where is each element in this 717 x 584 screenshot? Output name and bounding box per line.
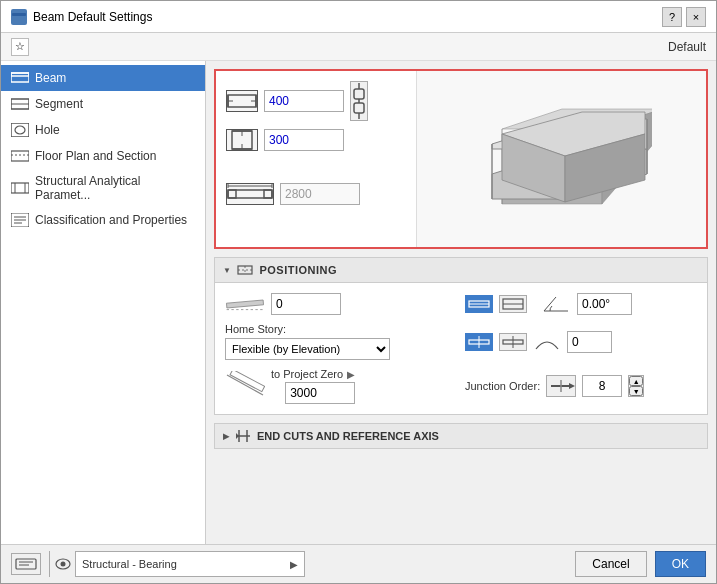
bottom-bar: Structural - Bearing ▶ Cancel OK bbox=[1, 544, 716, 583]
align-center-icon[interactable] bbox=[499, 295, 527, 313]
dialog-title: Beam Default Settings bbox=[33, 10, 656, 24]
sidebar-item-floorplan[interactable]: Floor Plan and Section bbox=[1, 143, 205, 169]
positioning-header[interactable]: ▼ POSITIONING bbox=[214, 257, 708, 283]
lift-input[interactable] bbox=[567, 331, 612, 353]
project-zero-input[interactable] bbox=[285, 382, 355, 404]
offset-input[interactable] bbox=[271, 293, 341, 315]
hole-nav-icon bbox=[11, 122, 29, 138]
help-button[interactable]: ? bbox=[662, 7, 682, 27]
sidebar-item-classification-label: Classification and Properties bbox=[35, 213, 187, 227]
project-zero-label: to Project Zero bbox=[271, 368, 343, 380]
favorite-bottom-icon[interactable] bbox=[11, 553, 41, 575]
home-story-label: Home Story: bbox=[225, 323, 457, 335]
structural-bearing-label: Structural - Bearing bbox=[76, 558, 284, 570]
endcuts-label: END CUTS AND REFERENCE AXIS bbox=[257, 430, 439, 442]
sidebar-item-beam[interactable]: Beam bbox=[1, 65, 205, 91]
width-icon bbox=[226, 90, 258, 112]
positioning-section: ▼ POSITIONING bbox=[214, 257, 708, 415]
slant-down-icon bbox=[225, 371, 265, 402]
svg-point-77 bbox=[60, 562, 65, 567]
sidebar-item-segment[interactable]: Segment bbox=[1, 91, 205, 117]
length-row bbox=[226, 183, 406, 205]
close-button[interactable]: × bbox=[686, 7, 706, 27]
svg-line-64 bbox=[227, 375, 263, 395]
svg-rect-32 bbox=[228, 190, 272, 198]
sidebar-item-beam-label: Beam bbox=[35, 71, 66, 85]
length-input[interactable] bbox=[280, 183, 360, 205]
svg-point-7 bbox=[15, 126, 25, 134]
lift-right-icon[interactable] bbox=[499, 333, 527, 351]
junction-icon bbox=[546, 375, 576, 397]
endcuts-collapse-icon: ▶ bbox=[223, 432, 229, 441]
preview-area bbox=[416, 71, 706, 247]
positioning-section-icon bbox=[237, 262, 253, 278]
pos-row-3: to Project Zero ▶ Junction Order: bbox=[225, 368, 697, 404]
svg-rect-2 bbox=[11, 73, 29, 82]
svg-marker-68 bbox=[569, 383, 575, 389]
beam-nav-icon bbox=[11, 70, 29, 86]
pos-row-1 bbox=[225, 293, 697, 315]
toolbar: ☆ Default bbox=[1, 33, 716, 61]
positioning-content: Home Story: Flexible (by Elevation) bbox=[214, 283, 708, 415]
endcuts-section: ▶ END CUTS AND REFERENCE AXIS bbox=[214, 423, 708, 449]
structural-analytical-nav-icon bbox=[11, 180, 29, 196]
sidebar: Beam Segment bbox=[1, 61, 206, 544]
main-content: ▼ POSITIONING bbox=[206, 61, 716, 544]
width-input[interactable] bbox=[264, 90, 344, 112]
sidebar-item-structural-analytical-label: Structural Analytical Paramet... bbox=[35, 174, 195, 202]
title-controls: ? × bbox=[662, 7, 706, 27]
svg-rect-6 bbox=[11, 123, 29, 137]
junction-order-label: Junction Order: bbox=[465, 380, 540, 392]
classification-nav-icon bbox=[11, 212, 29, 228]
home-story-select[interactable]: Flexible (by Elevation) bbox=[225, 338, 390, 360]
junction-order-spinner: ▲ ▼ bbox=[628, 375, 644, 397]
svg-rect-23 bbox=[354, 89, 364, 99]
sidebar-item-floorplan-label: Floor Plan and Section bbox=[35, 149, 156, 163]
spinner-up-button[interactable]: ▲ bbox=[629, 376, 643, 386]
svg-rect-3 bbox=[11, 73, 29, 76]
endcuts-header[interactable]: ▶ END CUTS AND REFERENCE AXIS bbox=[214, 423, 708, 449]
eye-button[interactable] bbox=[50, 551, 76, 577]
collapse-icon: ▼ bbox=[223, 266, 231, 275]
svg-rect-8 bbox=[11, 151, 29, 161]
height-row bbox=[226, 129, 406, 151]
spinner-down-button[interactable]: ▼ bbox=[629, 386, 643, 396]
sidebar-item-classification[interactable]: Classification and Properties bbox=[1, 207, 205, 233]
lift-arc-icon bbox=[533, 333, 561, 351]
pos-row-left-1 bbox=[225, 293, 457, 315]
width-row bbox=[226, 81, 406, 121]
segment-nav-icon bbox=[11, 96, 29, 112]
sidebar-item-segment-label: Segment bbox=[35, 97, 83, 111]
structural-arrow-icon: ▶ bbox=[284, 559, 304, 570]
svg-rect-25 bbox=[354, 103, 364, 113]
angle-input[interactable] bbox=[577, 293, 632, 315]
svg-rect-10 bbox=[11, 183, 29, 193]
pos-row-right-1 bbox=[465, 293, 697, 315]
svg-rect-73 bbox=[16, 559, 36, 569]
beam-3d-preview bbox=[472, 89, 652, 229]
params-left bbox=[216, 71, 416, 247]
default-label: Default bbox=[668, 40, 706, 54]
cancel-button[interactable]: Cancel bbox=[575, 551, 646, 577]
sidebar-item-structural-analytical[interactable]: Structural Analytical Paramet... bbox=[1, 169, 205, 207]
pos-row-right-2 bbox=[465, 331, 697, 353]
sidebar-item-hole-label: Hole bbox=[35, 123, 60, 137]
favorite-button[interactable]: ☆ bbox=[11, 38, 29, 56]
pos-row-2: Home Story: Flexible (by Elevation) bbox=[225, 323, 697, 360]
link-button[interactable] bbox=[350, 81, 368, 121]
svg-rect-33 bbox=[228, 190, 236, 198]
svg-rect-34 bbox=[264, 190, 272, 198]
dialog-window: Beam Default Settings ? × ☆ Default Beam bbox=[0, 0, 717, 584]
junction-order-input[interactable] bbox=[582, 375, 622, 397]
svg-rect-65 bbox=[230, 371, 265, 392]
sidebar-item-hole[interactable]: Hole bbox=[1, 117, 205, 143]
height-input[interactable] bbox=[264, 129, 344, 151]
svg-rect-52 bbox=[226, 300, 263, 308]
project-zero-arrow: ▶ bbox=[347, 369, 355, 380]
align-left-icon[interactable] bbox=[465, 295, 493, 313]
dialog-body: Beam Segment bbox=[1, 61, 716, 544]
positioning-label: POSITIONING bbox=[259, 264, 337, 276]
ok-button[interactable]: OK bbox=[655, 551, 706, 577]
lift-left-icon[interactable] bbox=[465, 333, 493, 351]
length-icon bbox=[226, 183, 274, 205]
